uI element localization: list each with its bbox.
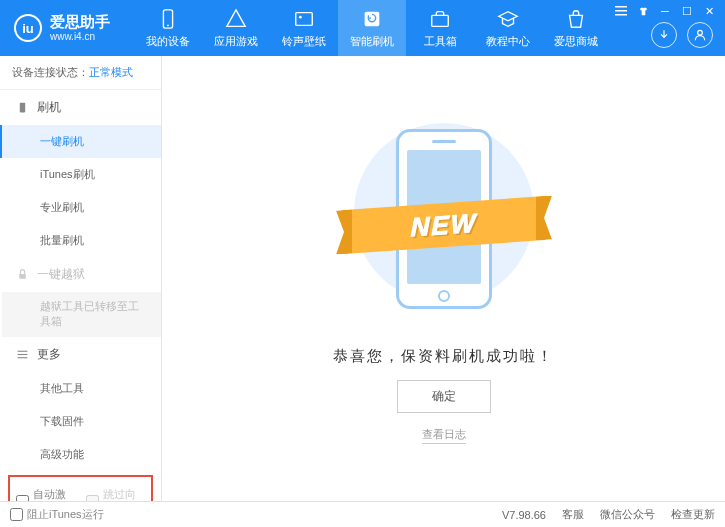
skip-guide-checkbox[interactable]: 跳过向导	[86, 487, 146, 501]
refresh-icon	[361, 8, 383, 30]
main-nav: 我的设备 应用游戏 铃声壁纸 智能刷机 工具箱 教程中心 爱思商城	[134, 0, 610, 56]
activation-options: 自动激活 跳过向导	[8, 475, 153, 501]
sidebar-item-one-key-flash[interactable]: 一键刷机	[0, 125, 161, 158]
auto-activate-checkbox[interactable]: 自动激活	[16, 487, 76, 501]
device-icon	[16, 101, 29, 114]
sidebar-item-other-tools[interactable]: 其他工具	[2, 372, 161, 405]
maximize-button[interactable]: ☐	[677, 3, 697, 19]
window-controls: ─ ☐ ✕	[611, 3, 719, 19]
nav-tutorials[interactable]: 教程中心	[474, 0, 542, 56]
footer-link-wechat[interactable]: 微信公众号	[600, 507, 655, 522]
svg-rect-11	[19, 274, 26, 279]
svg-rect-5	[432, 15, 449, 26]
footer: 阻止iTunes运行 V7.98.66 客服 微信公众号 检查更新	[0, 501, 725, 527]
app-title: 爱思助手	[50, 14, 110, 31]
sidebar-section-jailbreak: 一键越狱	[2, 257, 161, 292]
lock-icon	[16, 268, 29, 281]
main-content: NEW 恭喜您，保资料刷机成功啦！ 确定 查看日志	[162, 56, 725, 501]
sidebar-section-more[interactable]: 更多	[2, 337, 161, 372]
nav-smart-flash[interactable]: 智能刷机	[338, 0, 406, 56]
user-button[interactable]	[687, 22, 713, 48]
success-message: 恭喜您，保资料刷机成功啦！	[333, 347, 554, 366]
graduation-icon	[497, 8, 519, 30]
minimize-button[interactable]: ─	[655, 3, 675, 19]
image-icon	[293, 8, 315, 30]
svg-rect-6	[615, 6, 627, 8]
success-illustration: NEW	[354, 113, 534, 333]
svg-point-9	[698, 30, 703, 35]
nav-toolbox[interactable]: 工具箱	[406, 0, 474, 56]
sidebar-item-jailbreak-note: 越狱工具已转移至工具箱	[2, 292, 161, 337]
download-button[interactable]	[651, 22, 677, 48]
header: iu 爱思助手 www.i4.cn 我的设备 应用游戏 铃声壁纸 智能刷机 工具…	[0, 0, 725, 56]
phone-icon	[157, 8, 179, 30]
svg-rect-8	[615, 14, 627, 16]
list-icon	[16, 348, 29, 361]
app-url: www.i4.cn	[50, 31, 110, 42]
sidebar-item-batch-flash[interactable]: 批量刷机	[2, 224, 161, 257]
menu-icon[interactable]	[611, 3, 631, 19]
version-label: V7.98.66	[502, 509, 546, 521]
nav-ringtones[interactable]: 铃声壁纸	[270, 0, 338, 56]
logo-icon: iu	[14, 14, 42, 42]
svg-rect-12	[18, 350, 28, 351]
skin-icon[interactable]	[633, 3, 653, 19]
sidebar-item-itunes-flash[interactable]: iTunes刷机	[2, 158, 161, 191]
bag-icon	[565, 8, 587, 30]
view-log-link[interactable]: 查看日志	[422, 427, 466, 444]
svg-rect-7	[615, 10, 627, 12]
svg-point-1	[167, 24, 169, 26]
sidebar-item-pro-flash[interactable]: 专业刷机	[2, 191, 161, 224]
device-status: 设备连接状态：正常模式	[0, 56, 161, 90]
svg-point-3	[299, 15, 302, 18]
close-button[interactable]: ✕	[699, 3, 719, 19]
sidebar: 设备连接状态：正常模式 刷机 一键刷机 iTunes刷机 专业刷机 批量刷机 一…	[0, 56, 162, 501]
logo[interactable]: iu 爱思助手 www.i4.cn	[0, 14, 124, 42]
svg-rect-14	[18, 357, 28, 358]
svg-rect-10	[20, 103, 25, 113]
apps-icon	[225, 8, 247, 30]
svg-rect-13	[18, 354, 28, 355]
sidebar-section-flash[interactable]: 刷机	[2, 90, 161, 125]
nav-store[interactable]: 爱思商城	[542, 0, 610, 56]
svg-rect-2	[296, 12, 313, 25]
confirm-button[interactable]: 确定	[397, 380, 491, 413]
nav-apps-games[interactable]: 应用游戏	[202, 0, 270, 56]
sidebar-item-advanced[interactable]: 高级功能	[2, 438, 161, 471]
toolbox-icon	[429, 8, 451, 30]
footer-link-support[interactable]: 客服	[562, 507, 584, 522]
block-itunes-checkbox[interactable]: 阻止iTunes运行	[10, 507, 104, 522]
nav-my-device[interactable]: 我的设备	[134, 0, 202, 56]
sidebar-item-download-firmware[interactable]: 下载固件	[2, 405, 161, 438]
footer-link-update[interactable]: 检查更新	[671, 507, 715, 522]
